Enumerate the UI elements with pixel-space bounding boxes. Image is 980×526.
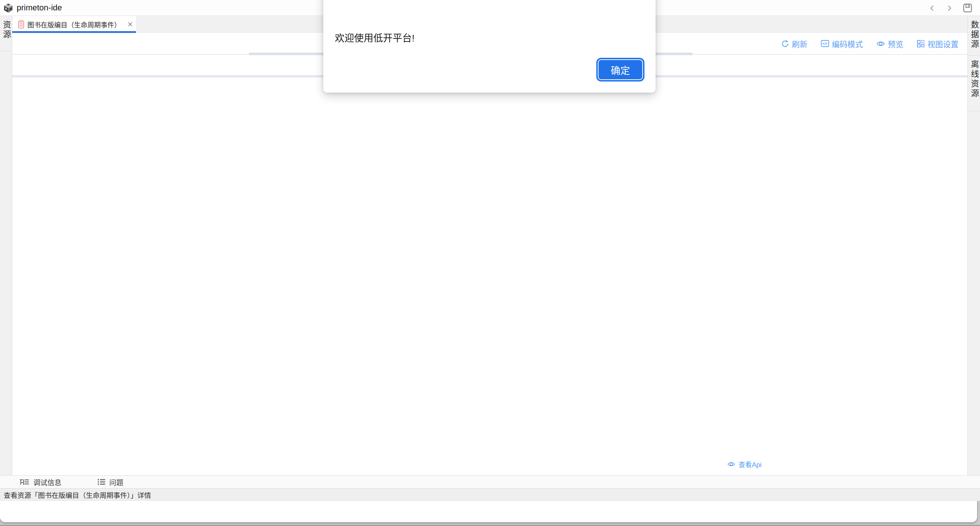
toolbar-label: 刷新 <box>792 38 807 49</box>
sidebar-item-datasource[interactable]: 数据源 <box>968 16 980 56</box>
view-settings-icon <box>917 40 925 48</box>
code-mode-button[interactable]: 编码模式 <box>821 38 863 49</box>
tab-problems[interactable]: 问题 <box>97 476 123 488</box>
toolbar-label: 视图设置 <box>928 38 959 49</box>
dialog-message: 欢迎使用低开平台! <box>335 30 414 44</box>
tab-debug-info[interactable]: 调试信息 <box>19 476 62 488</box>
view-api-link[interactable]: 查看Api <box>727 459 762 469</box>
bottom-zone <box>0 501 980 526</box>
ok-button[interactable]: 确定 <box>598 59 643 80</box>
bottom-tab-label: 问题 <box>109 477 123 487</box>
view-settings-button[interactable]: 视图设置 <box>917 38 959 49</box>
refresh-button[interactable]: 刷新 <box>781 38 807 49</box>
document-red-icon <box>18 20 24 29</box>
titlebar-controls <box>929 0 973 16</box>
toolbar-label: 预览 <box>888 38 903 49</box>
app-window: primeton-ide 资源 数据源 <box>0 0 980 526</box>
sidebar-item-label: 离线资源 <box>968 60 980 105</box>
sidebar-item-offline-resources[interactable]: 离线资源 <box>968 56 980 111</box>
bottom-tab-label: 调试信息 <box>33 477 62 487</box>
tab-active[interactable]: 图书在版编目（生命周期事件） <box>12 16 136 33</box>
primeton-logo-icon <box>3 3 13 13</box>
preview-eye-icon <box>876 40 885 48</box>
eye-icon <box>727 461 735 468</box>
app-title: primeton-ide <box>17 3 62 13</box>
left-sidebar: 资源 <box>0 16 12 475</box>
bottom-dock-panel <box>0 501 977 522</box>
refresh-icon <box>781 40 789 48</box>
bottom-panel-tabbar: 调试信息 问题 <box>0 475 980 488</box>
nav-back-icon[interactable] <box>929 5 936 12</box>
design-canvas[interactable]: 查看Api <box>12 77 967 475</box>
toolbar-label: 编码模式 <box>832 38 863 49</box>
sidebar-item-label: 数据源 <box>968 21 980 50</box>
sidebar-item-label: 资源 <box>0 21 12 46</box>
tab-label: 图书在版编目（生命周期事件） <box>27 20 121 29</box>
nav-forward-icon[interactable] <box>945 5 953 12</box>
welcome-dialog: 欢迎使用低开平台! 确定 <box>323 0 655 92</box>
status-text: 查看资源「图书在版编目（生命周期事件）」详情 <box>4 490 151 500</box>
sidebar-item-resources[interactable]: 资源 <box>0 16 12 51</box>
save-icon[interactable] <box>963 3 973 13</box>
preview-button[interactable]: 预览 <box>876 38 903 49</box>
view-api-label: 查看Api <box>738 459 762 469</box>
debug-icon <box>19 478 30 487</box>
right-sidebar: 数据源 离线资源 <box>967 16 980 475</box>
tab-close-icon[interactable] <box>127 21 133 27</box>
problems-list-icon <box>97 478 106 486</box>
status-bar: 查看资源「图书在版编目（生命周期事件）」详情 <box>0 488 980 501</box>
code-mode-icon <box>821 39 829 48</box>
